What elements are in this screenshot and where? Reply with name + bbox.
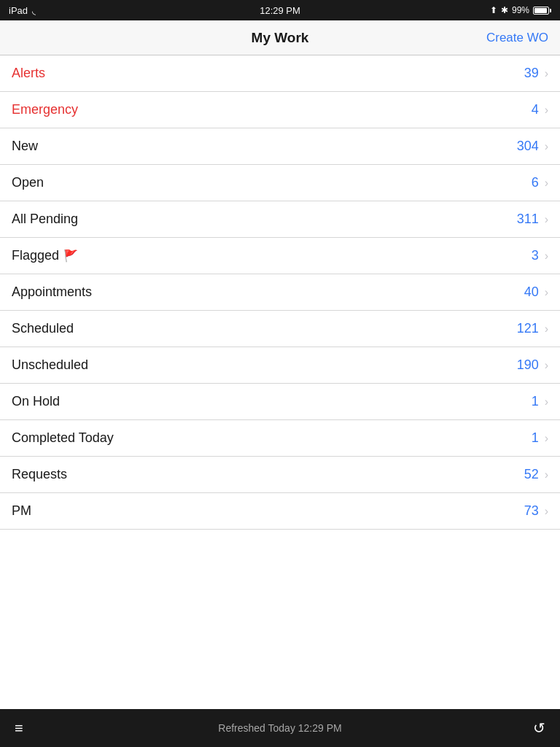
list-item-right-on-hold: 1 › [532, 394, 548, 409]
list-item-right-unscheduled: 190 › [517, 357, 548, 373]
list-item-label-completed-today: Completed Today [12, 430, 114, 446]
list-item-label-appointments: Appointments [12, 285, 92, 300]
list-item-flagged[interactable]: Flagged 🚩 3 › [0, 238, 560, 274]
create-wo-button[interactable]: Create WO [486, 28, 548, 48]
chevron-icon-scheduled: › [545, 322, 548, 336]
list-item-label-scheduled: Scheduled [12, 321, 74, 336]
location-icon: ⬆ [490, 5, 497, 15]
wifi-icon: ◟ [32, 5, 36, 16]
status-bar-right: ⬆ ✱ 99% [490, 5, 551, 15]
list-item-count-on-hold: 1 [532, 394, 539, 409]
chevron-icon-requests: › [545, 468, 548, 481]
list-item-unscheduled[interactable]: Unscheduled 190 › [0, 347, 560, 384]
list-item-left-flagged: Flagged 🚩 [12, 248, 78, 263]
list-item-left-appointments: Appointments [12, 285, 92, 300]
list-item-right-alerts: 39 › [524, 66, 548, 81]
list-item-right-appointments: 40 › [524, 285, 548, 300]
list-item-label-pm: PM [12, 503, 31, 519]
list-item-label-alerts: Alerts [12, 66, 45, 81]
list-item-label-unscheduled: Unscheduled [12, 357, 88, 373]
list-item-count-completed-today: 1 [532, 430, 539, 446]
list-item-scheduled[interactable]: Scheduled 121 › [0, 311, 560, 347]
list-item-left-completed-today: Completed Today [12, 430, 114, 446]
list-item-right-flagged: 3 › [532, 248, 548, 263]
chevron-icon-all-pending: › [545, 213, 548, 226]
list-item-left-emergency: Emergency [12, 102, 78, 117]
list-item-appointments[interactable]: Appointments 40 › [0, 274, 560, 311]
list-item-label-open: Open [12, 175, 44, 190]
list-item-count-appointments: 40 [524, 285, 539, 300]
list-item-left-requests: Requests [12, 467, 67, 482]
list-item-open[interactable]: Open 6 › [0, 165, 560, 201]
list-item-count-all-pending: 311 [517, 212, 539, 227]
list-item-label-new: New [12, 139, 38, 154]
menu-icon[interactable]: ≡ [15, 720, 23, 737]
chevron-icon-unscheduled: › [545, 359, 548, 372]
chevron-icon-new: › [545, 140, 548, 153]
list-item-left-all-pending: All Pending [12, 212, 78, 227]
list-item-right-all-pending: 311 › [517, 212, 548, 227]
list-item-label-requests: Requests [12, 467, 67, 482]
list-item-left-open: Open [12, 175, 44, 190]
chevron-icon-pm: › [545, 505, 548, 518]
list-item-count-scheduled: 121 [517, 321, 539, 336]
list-item-all-pending[interactable]: All Pending 311 › [0, 201, 560, 238]
nav-bar: My Work Create WO [0, 20, 560, 55]
chevron-icon-on-hold: › [545, 395, 548, 409]
list-item-right-completed-today: 1 › [532, 430, 548, 446]
list-item-left-pm: PM [12, 503, 31, 519]
carrier-label: iPad [9, 5, 28, 16]
chevron-icon-open: › [545, 177, 548, 190]
list-item-right-scheduled: 121 › [517, 321, 548, 336]
chevron-icon-flagged: › [545, 249, 548, 263]
list-item-count-flagged: 3 [532, 248, 539, 263]
list-item-left-scheduled: Scheduled [12, 321, 74, 336]
list-item-label-on-hold: On Hold [12, 394, 60, 409]
list-item-count-requests: 52 [524, 467, 539, 482]
refresh-icon[interactable]: ↺ [533, 719, 545, 737]
bluetooth-icon: ✱ [501, 5, 508, 15]
list-item-label-all-pending: All Pending [12, 212, 78, 227]
list-item-count-new: 304 [517, 139, 539, 154]
list-item-count-pm: 73 [524, 503, 539, 519]
battery-percentage: 99% [512, 5, 529, 15]
list-item-right-open: 6 › [532, 175, 548, 190]
work-list: Alerts 39 › Emergency 4 › New 304 [0, 55, 560, 709]
list-item-left-on-hold: On Hold [12, 394, 60, 409]
chevron-icon-appointments: › [545, 286, 548, 299]
refresh-status: Refreshed Today 12:29 PM [218, 722, 341, 734]
list-item-completed-today[interactable]: Completed Today 1 › [0, 420, 560, 457]
list-item-new[interactable]: New 304 › [0, 128, 560, 165]
list-item-count-open: 6 [532, 175, 539, 190]
list-item-right-requests: 52 › [524, 467, 548, 482]
chevron-icon-completed-today: › [545, 432, 548, 445]
list-item-alerts[interactable]: Alerts 39 › [0, 55, 560, 92]
list-item-left-alerts: Alerts [12, 66, 45, 81]
list-item-right-new: 304 › [517, 139, 548, 154]
status-bar-time: 12:29 PM [260, 5, 300, 16]
list-item-right-pm: 73 › [524, 503, 548, 519]
list-item-right-emergency: 4 › [532, 102, 548, 117]
list-item-left-unscheduled: Unscheduled [12, 357, 88, 373]
list-item-label-emergency: Emergency [12, 102, 78, 117]
list-item-count-alerts: 39 [524, 66, 539, 81]
list-item-on-hold[interactable]: On Hold 1 › [0, 384, 560, 420]
list-item-count-unscheduled: 190 [517, 357, 539, 373]
list-item-emergency[interactable]: Emergency 4 › [0, 92, 560, 128]
list-item-requests[interactable]: Requests 52 › [0, 457, 560, 493]
status-bar-left: iPad ◟ [9, 5, 36, 16]
list-item-left-new: New [12, 139, 38, 154]
list-item-count-emergency: 4 [532, 102, 539, 117]
battery-icon [533, 7, 551, 15]
flag-icon: 🚩 [63, 249, 78, 263]
list-item-pm[interactable]: PM 73 › [0, 493, 560, 530]
nav-title: My Work [252, 30, 309, 46]
bottom-bar: ≡ Refreshed Today 12:29 PM ↺ [0, 709, 560, 747]
status-bar: iPad ◟ 12:29 PM ⬆ ✱ 99% [0, 0, 560, 20]
list-item-label-flagged: Flagged [12, 248, 59, 263]
chevron-icon-alerts: › [545, 67, 548, 80]
chevron-icon-emergency: › [545, 104, 548, 117]
